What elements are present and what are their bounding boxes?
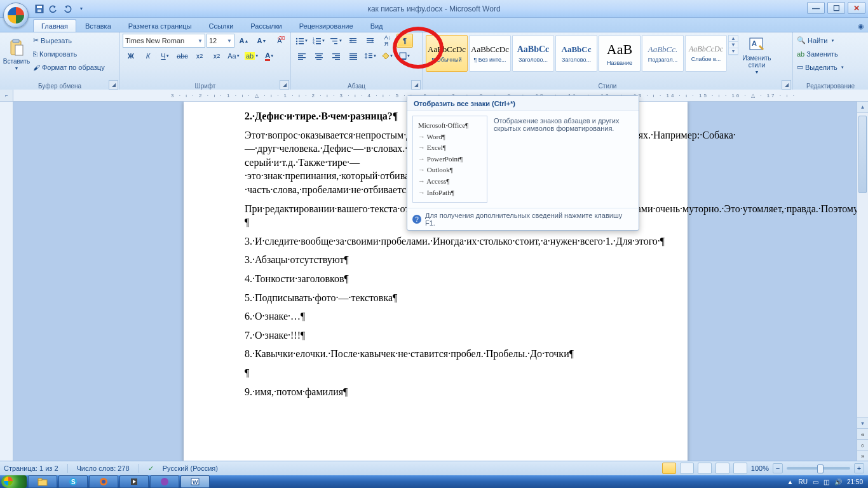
style-item[interactable]: AaBНазвание [599,35,641,72]
taskbar-word-icon[interactable]: W [180,475,210,488]
superscript-button[interactable]: x2 [208,49,225,63]
style-item[interactable]: AaBbCcЗаголово... [512,35,554,72]
view-print-layout-button[interactable] [662,463,676,474]
help-icon[interactable]: ◉ [854,21,868,32]
tray-network-icon[interactable]: ◫ [824,478,829,485]
style-item[interactable]: AaBbCcЗаголово... [555,35,597,72]
tab-insert[interactable]: Вставка [77,19,119,32]
clear-formatting-button[interactable]: A⌫ [271,34,288,48]
qat-undo-icon[interactable] [47,3,60,15]
paragraph-launcher[interactable]: ◢ [411,80,421,90]
taskbar-skype-icon[interactable]: S [58,475,88,488]
scroll-down-icon[interactable]: ▼ [857,417,868,429]
taskbar-app-icon[interactable] [150,475,179,488]
line-spacing-button[interactable]: ▼ [362,49,379,63]
spellcheck-icon[interactable]: ✓ [148,464,154,473]
numbering-button[interactable]: 123▼ [311,34,327,48]
scroll-thumb[interactable] [858,116,867,193]
view-outline-button[interactable] [715,463,729,474]
tray-lang[interactable]: RU [799,478,808,485]
shrink-font-button[interactable]: A▼ [254,34,270,48]
bold-button[interactable]: Ж [123,49,139,63]
tray-arrow-icon[interactable]: ▲ [787,478,794,485]
cut-button[interactable]: ✂Вырезать [32,34,106,47]
multilevel-list-button[interactable]: ▼ [328,34,344,48]
sort-button[interactable]: А↓Я [379,34,396,48]
qat-save-icon[interactable] [33,3,46,15]
clipboard-launcher[interactable]: ◢ [109,80,118,90]
paste-button[interactable]: Вставить ▼ [3,34,31,77]
zoom-out-button[interactable]: − [773,463,783,473]
vertical-scrollbar[interactable]: ▲ ▼ « ○ » [857,102,868,461]
tray-clock[interactable]: 21:50 [847,478,863,485]
status-words[interactable]: Число слов: 278 [77,464,130,472]
decrease-indent-button[interactable] [345,34,362,48]
status-language[interactable]: Русский (Россия) [163,464,218,472]
tab-mailings[interactable]: Рассылки [242,19,290,32]
status-zoom[interactable]: 100% [751,464,769,472]
change-styles-button[interactable]: A Изменить стили▼ [739,34,775,77]
grow-font-button[interactable]: A▲ [236,34,252,48]
tab-review[interactable]: Рецензирование [291,19,362,32]
style-item[interactable]: AaBbCcDc¶ Обычный [426,35,468,72]
select-button[interactable]: ▭Выделить▼ [796,60,846,74]
font-color-button[interactable]: A▼ [261,49,278,63]
status-page[interactable]: Страница: 1 из 2 [4,464,58,472]
tab-home[interactable]: Главная [33,19,76,32]
styles-gallery[interactable]: AaBbCcDc¶ ОбычныйAaBbCcDc¶ Без инте...Aa… [425,34,728,73]
shading-button[interactable]: ▼ [379,49,396,63]
show-hide-marks-button[interactable]: ¶ [397,34,413,48]
format-painter-button[interactable]: 🖌Формат по образцу [32,60,106,74]
tray-volume-icon[interactable]: 🔊 [834,478,842,485]
styles-launcher[interactable]: ◢ [782,80,791,90]
tab-view[interactable]: Вид [362,19,391,32]
justify-button[interactable] [345,49,362,63]
next-page-icon[interactable]: » [857,450,868,461]
maximize-button[interactable]: ☐ [827,2,845,14]
find-button[interactable]: 🔍Найти▼ [796,34,836,47]
close-button[interactable]: ✕ [848,2,865,14]
office-button[interactable] [3,3,29,28]
zoom-in-button[interactable]: + [854,463,864,473]
increase-indent-button[interactable] [362,34,379,48]
highlight-button[interactable]: ab▼ [243,49,261,63]
italic-button[interactable]: К [140,49,156,63]
tray-flag-icon[interactable]: ▭ [813,478,818,485]
align-right-button[interactable] [328,49,344,63]
prev-page-icon[interactable]: « [857,428,868,440]
system-tray[interactable]: ▲ RU ▭ ◫ 🔊 21:50 [787,478,867,485]
view-draft-button[interactable] [733,463,747,474]
style-item[interactable]: AaBbCcDcСлабое в... [685,35,727,72]
change-case-button[interactable]: Aa▼ [226,49,242,63]
ruler-corner-icon[interactable]: ⌐ [0,90,13,102]
view-full-screen-button[interactable] [680,463,694,474]
underline-button[interactable]: Ч▼ [157,49,173,63]
align-center-button[interactable] [311,49,327,63]
replace-button[interactable]: abЗаменить [796,47,839,60]
font-size-combo[interactable]: 12▼ [207,34,234,48]
tab-page-layout[interactable]: Разметка страницы [120,19,200,32]
style-item[interactable]: AaBbCc.Подзагол... [642,35,684,72]
scroll-up-icon[interactable]: ▲ [857,102,868,113]
taskbar-media-icon[interactable] [119,475,149,488]
zoom-slider[interactable] [787,467,850,470]
qat-redo-icon[interactable] [61,3,74,15]
taskbar-explorer-icon[interactable] [28,475,57,488]
minimize-button[interactable]: — [807,2,825,14]
styles-scroll[interactable]: ▲▼▾ [728,35,738,55]
start-button[interactable] [1,475,27,488]
strikethrough-button[interactable]: abc [174,49,191,63]
qat-dropdown-icon[interactable]: ▼ [75,3,88,15]
bullets-button[interactable]: ▼ [294,34,310,48]
copy-button[interactable]: ⎘Копировать [32,47,106,60]
align-left-button[interactable] [294,49,310,63]
font-launcher[interactable]: ◢ [280,80,289,90]
view-web-layout-button[interactable] [698,463,712,474]
subscript-button[interactable]: x2 [191,49,208,63]
tab-references[interactable]: Ссылки [201,19,242,32]
borders-button[interactable]: ▼ [397,49,413,63]
browse-object-icon[interactable]: ○ [857,439,868,451]
font-name-combo[interactable]: Times New Roman▼ [123,34,205,48]
taskbar-firefox-icon[interactable] [89,475,118,488]
style-item[interactable]: AaBbCcDc¶ Без инте... [469,35,511,72]
